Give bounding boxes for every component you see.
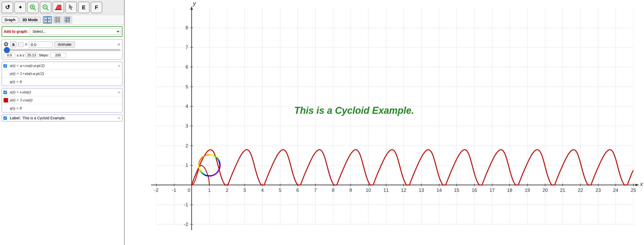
svg-text:3: 3: [243, 188, 246, 193]
svg-text:6: 6: [296, 188, 299, 193]
eq1-row1: x(t) = a+cos(t-a-pi/2) ✕: [2, 62, 122, 70]
add-to-graph-select[interactable]: Select...: [30, 28, 120, 35]
tab-graph[interactable]: Graph: [2, 17, 18, 23]
left-panel: ↺ ✦ E F Graph 3D Mode: [0, 0, 125, 245]
svg-text:7: 7: [186, 45, 188, 50]
svg-text:23: 23: [596, 188, 601, 193]
zoom-in-button[interactable]: [27, 2, 39, 13]
svg-text:1: 1: [186, 163, 188, 168]
eq2-line1: x(t) = t-sin(t): [10, 90, 31, 94]
svg-text:-2: -2: [184, 222, 188, 227]
svg-text:25: 25: [631, 188, 636, 193]
svg-text:9: 9: [349, 188, 352, 193]
gear-icon: ⚙: [3, 41, 9, 48]
label-key: Label:: [10, 116, 21, 120]
svg-text:8: 8: [332, 188, 334, 193]
toolbar: ↺ ✦ E F: [0, 0, 124, 15]
svg-text:4: 4: [186, 104, 188, 109]
grid-icon-3[interactable]: [63, 16, 72, 24]
svg-text:17: 17: [489, 188, 495, 193]
svg-text:3: 3: [186, 123, 188, 129]
svg-text:12: 12: [401, 188, 406, 193]
svg-text:18: 18: [507, 188, 512, 193]
slider-thumb[interactable]: [4, 47, 10, 53]
param-name: a: [10, 42, 16, 47]
svg-text:16: 16: [472, 188, 477, 193]
animate-button[interactable]: Animate: [54, 41, 75, 48]
param-steps-input[interactable]: 200: [50, 53, 66, 58]
param-slider[interactable]: [3, 49, 121, 51]
eq2-row1: x(t) = t-sin(t) ✕: [2, 88, 122, 96]
svg-rect-11: [45, 20, 47, 22]
eq2-line3: z(t) = 0: [10, 106, 22, 111]
x-label: x: [640, 181, 643, 187]
svg-text:-2: -2: [154, 188, 158, 193]
svg-marker-7: [56, 5, 61, 9]
svg-text:5: 5: [279, 188, 281, 193]
eq1-line2: y(t) = 1+sin(t-a-pi/2): [10, 71, 44, 76]
eq2-color-swatch[interactable]: [3, 98, 8, 103]
right-panel: x y -2 -1 0 1 2 3 4 5 6 7 8: [125, 0, 644, 245]
eq1-line3: z(t) = 0: [10, 80, 22, 84]
svg-text:24: 24: [613, 188, 618, 193]
svg-text:10: 10: [366, 188, 371, 193]
svg-text:-1: -1: [172, 188, 176, 193]
mode-tabs: Graph 3D Mode: [0, 15, 124, 25]
parameter-block: ⚙ a = 0.0 Animate ✕ 0.0 ≤ a ≤ 25.13 Step…: [2, 39, 122, 60]
eq1-line1: x(t) = a+cos(t-a-pi/2): [10, 63, 45, 68]
pointer-button[interactable]: [65, 2, 77, 13]
svg-point-29: [66, 18, 67, 19]
eq2-checkbox[interactable]: [3, 90, 7, 94]
svg-text:0: 0: [188, 188, 190, 193]
svg-line-1: [34, 8, 36, 10]
svg-text:4: 4: [261, 188, 264, 193]
eq1-checkbox[interactable]: [3, 64, 7, 67]
svg-text:-1: -1: [184, 202, 188, 207]
refresh-button[interactable]: ↺: [2, 2, 13, 13]
svg-text:2: 2: [186, 143, 188, 148]
eq2-row3: z(t) = 0: [2, 104, 122, 112]
param-close-icon[interactable]: ✕: [117, 42, 121, 47]
svg-text:19: 19: [525, 188, 530, 193]
svg-text:11: 11: [383, 188, 389, 193]
svg-text:8: 8: [186, 25, 188, 30]
label-checkbox[interactable]: [3, 116, 7, 120]
graph-canvas[interactable]: x y -2 -1 0 1 2 3 4 5 6 7 8: [125, 0, 644, 245]
eq1-close-icon[interactable]: ✕: [118, 64, 121, 68]
eq2-close-icon[interactable]: ✕: [118, 90, 121, 94]
param-stepper[interactable]: [18, 42, 23, 47]
scatter-button[interactable]: ✦: [14, 2, 26, 13]
label-block: Label: This is a Cycloid Example. ✕: [2, 115, 122, 121]
equation-block-2: x(t) = t-sin(t) ✕ y(t) = 1-cos(t) z(t) =…: [2, 88, 122, 112]
equation-block-1: x(t) = a+cos(t-a-pi/2) ✕ y(t) = 1+sin(t-…: [2, 62, 122, 86]
svg-rect-32: [125, 0, 644, 245]
svg-rect-12: [48, 20, 50, 22]
svg-text:14: 14: [436, 188, 442, 193]
grid-icon-2[interactable]: [53, 16, 62, 24]
zoom-out-button[interactable]: [40, 2, 51, 13]
grid-icon-1[interactable]: [43, 16, 52, 24]
svg-point-30: [68, 18, 69, 19]
erase-button[interactable]: [52, 2, 64, 13]
svg-text:15: 15: [454, 188, 459, 193]
label-text-input[interactable]: This is a Cycloid Example.: [22, 116, 120, 120]
eq1-row2: y(t) = 1+sin(t-a-pi/2): [2, 70, 122, 78]
param-max-input[interactable]: 25.13: [26, 53, 38, 58]
E-button[interactable]: E: [78, 2, 90, 13]
svg-text:22: 22: [578, 188, 583, 193]
svg-text:20: 20: [542, 188, 548, 193]
eq2-line2: y(t) = 1-cos(t): [10, 98, 32, 102]
param-value-input[interactable]: 0.0: [29, 42, 53, 48]
tab-3d-mode[interactable]: 3D Mode: [19, 17, 41, 23]
eq1-row3: z(t) = 0: [2, 78, 122, 86]
svg-text:6: 6: [186, 64, 188, 70]
graph-title: This is a Cycloid Example.: [294, 105, 414, 116]
svg-text:21: 21: [560, 188, 565, 193]
label-close-icon[interactable]: ✕: [118, 116, 121, 120]
param-min-input[interactable]: 0.0: [3, 53, 15, 58]
svg-text:13: 13: [419, 188, 424, 193]
F-button[interactable]: F: [91, 2, 102, 13]
svg-line-5: [47, 8, 48, 10]
svg-rect-10: [48, 17, 50, 20]
svg-text:1: 1: [208, 188, 211, 193]
